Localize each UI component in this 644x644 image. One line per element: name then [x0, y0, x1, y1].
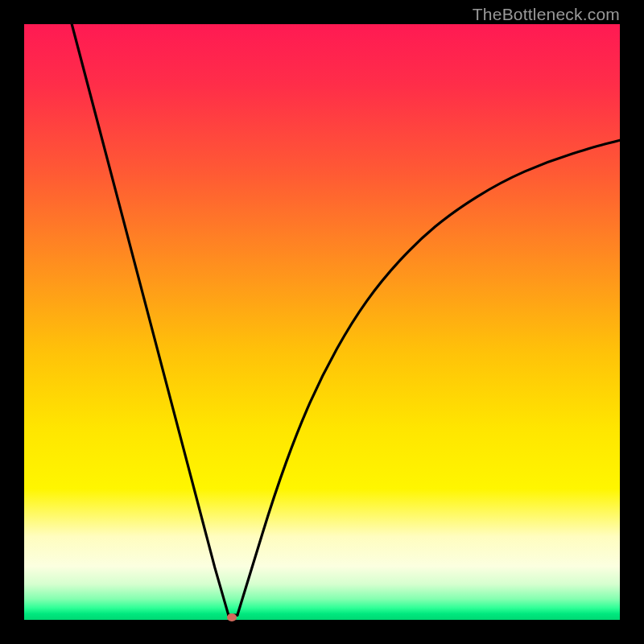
watermark-text: TheBottleneck.com [473, 5, 620, 24]
plot-area [24, 24, 620, 620]
chart-frame: TheBottleneck.com [0, 0, 644, 644]
curve-left-branch [72, 24, 229, 615]
bottleneck-curve [24, 24, 620, 620]
optimum-marker [227, 613, 237, 621]
curve-right-branch [237, 140, 620, 615]
